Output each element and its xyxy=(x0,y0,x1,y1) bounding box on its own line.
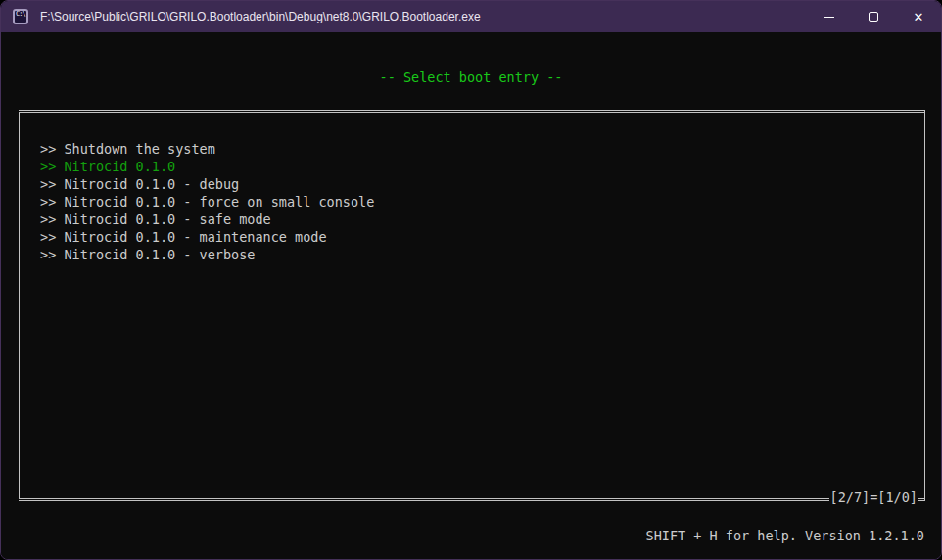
console-screen: -- Select boot entry -- >> Shutdown the … xyxy=(1,32,941,559)
close-button[interactable]: ✕ xyxy=(896,1,941,32)
boot-entries-box: >> Shutdown the system>> Nitrocid 0.1.0>… xyxy=(19,110,925,501)
boot-entry[interactable]: >> Nitrocid 0.1.0 - safe mode xyxy=(40,210,924,228)
boot-entry[interactable]: >> Nitrocid 0.1.0 - force on small conso… xyxy=(40,193,924,210)
boot-entry[interactable]: >> Shutdown the system xyxy=(40,140,924,158)
terminal-window: C:\ F:\Source\Public\GRILO\GRILO.Bootloa… xyxy=(0,0,942,560)
boot-menu-title: -- Select boot entry -- xyxy=(1,69,941,86)
maximize-button[interactable] xyxy=(851,1,896,32)
console-icon: C:\ xyxy=(13,9,28,24)
console-icon-glyph: C:\ xyxy=(16,10,25,18)
footer-help-text: SHIFT + H for help. Version 1.2.1.0 xyxy=(646,527,924,544)
boot-entry[interactable]: >> Nitrocid 0.1.0 - maintenance mode xyxy=(40,228,924,246)
minimize-icon xyxy=(824,17,834,18)
minimize-button[interactable] xyxy=(806,1,851,32)
window-title: F:\Source\Public\GRILO\GRILO.Bootloader\… xyxy=(40,10,481,23)
close-icon: ✕ xyxy=(914,11,924,23)
page-indicator: [2/7]=[1/0] xyxy=(829,489,918,506)
boot-entry[interactable]: >> Nitrocid 0.1.0 - debug xyxy=(40,175,924,193)
boot-entry[interactable]: >> Nitrocid 0.1.0 - verbose xyxy=(40,246,924,263)
maximize-icon xyxy=(869,12,878,22)
title-bar[interactable]: C:\ F:\Source\Public\GRILO\GRILO.Bootloa… xyxy=(1,1,941,32)
boot-entries: >> Shutdown the system>> Nitrocid 0.1.0>… xyxy=(20,113,924,263)
boot-entry-selected[interactable]: >> Nitrocid 0.1.0 xyxy=(40,158,924,175)
